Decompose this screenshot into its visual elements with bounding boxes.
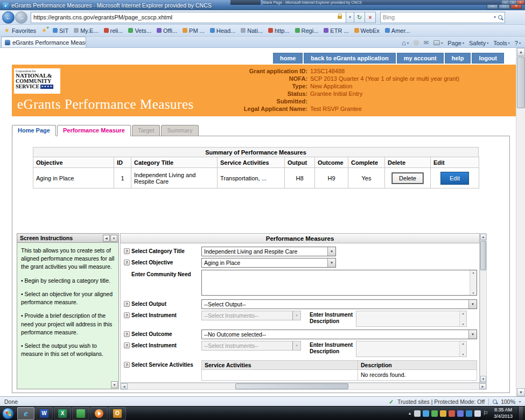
home-button[interactable]: ⌂▾: [402, 39, 409, 46]
favorite-link[interactable]: Nati...: [238, 25, 265, 36]
search-icon[interactable]: [498, 15, 502, 19]
zoom-level[interactable]: 100%: [501, 398, 515, 405]
instructions-scroll-down-button[interactable]: ▼: [111, 381, 118, 388]
scroll-down-icon[interactable]: ▼: [472, 291, 475, 295]
background-window-titlebar[interactable]: — □ × Blank Page - Microsoft Internet Ex…: [263, 0, 525, 5]
community-need-textarea[interactable]: ▲▼: [201, 270, 477, 296]
tools-menu-button[interactable]: Tools▾: [493, 40, 510, 46]
favorite-link[interactable]: PM ...: [180, 25, 207, 36]
print-dropdown-icon[interactable]: ▾: [441, 41, 443, 45]
favorite-link[interactable]: ETR ...: [321, 25, 351, 36]
stop-button[interactable]: ×: [365, 12, 376, 23]
nav-logout-button[interactable]: logout: [472, 53, 504, 64]
home-dropdown-icon[interactable]: ▾: [407, 41, 409, 45]
outcome-select[interactable]: --No Outcome selected--▼: [201, 330, 477, 339]
chevron-down-icon[interactable]: ▼: [327, 258, 335, 267]
help-icon[interactable]: ?: [124, 331, 130, 337]
favorite-link[interactable]: reli...: [101, 25, 126, 36]
print-button[interactable]: ▾: [433, 40, 443, 45]
tray-icon[interactable]: [449, 410, 455, 417]
instructions-collapse-button[interactable]: ◄: [103, 235, 110, 242]
scroll-down-button[interactable]: ▼: [517, 388, 525, 396]
security-zone-text[interactable]: Trusted sites | Protected Mode: Off: [397, 398, 485, 405]
tray-icon[interactable]: [457, 410, 464, 417]
output-select[interactable]: --Select Output--▼: [201, 299, 477, 309]
nav-help-button[interactable]: help: [445, 53, 471, 64]
favorite-link[interactable]: Offi...: [154, 25, 180, 36]
scroll-up-button[interactable]: ▲: [517, 48, 525, 56]
taskbar-excel-button[interactable]: X: [54, 407, 71, 420]
help-icon[interactable]: ?: [124, 260, 130, 265]
read-mail-button[interactable]: ✉: [424, 39, 429, 46]
bg-close-button[interactable]: ×: [517, 1, 524, 4]
back-button[interactable]: ←: [2, 11, 15, 24]
taskbar-app-button[interactable]: [72, 407, 89, 420]
help-icon[interactable]: ?: [124, 362, 130, 368]
favorite-link[interactable]: Amer...: [382, 25, 413, 36]
scrollbar-thumb[interactable]: [517, 57, 525, 108]
feeds-button[interactable]: [414, 40, 419, 46]
action-center-flag-icon[interactable]: ⚐: [483, 410, 488, 417]
objective-select[interactable]: Aging in Place▼: [201, 258, 336, 268]
scroll-down-button[interactable]: ▼: [480, 376, 486, 382]
help-icon[interactable]: ?: [124, 312, 130, 318]
help-menu-button[interactable]: ?▾: [515, 40, 521, 46]
horizontal-scrollbar[interactable]: ◄ ►: [120, 383, 487, 390]
favorite-link[interactable]: SIT: [50, 25, 71, 36]
tab-home-page[interactable]: Home Page: [12, 125, 56, 136]
favorite-link[interactable]: Regi...: [292, 25, 321, 36]
zoom-icon[interactable]: [493, 400, 497, 404]
show-desktop-button[interactable]: [518, 407, 523, 420]
help-icon[interactable]: ?: [124, 301, 130, 307]
tab-performance-measure[interactable]: Performance Measure: [57, 125, 131, 136]
url-field[interactable]: [31, 12, 346, 23]
nav-my-account-button[interactable]: my account: [397, 53, 444, 64]
textarea-scrollbar[interactable]: ▲▼: [470, 270, 477, 295]
page-vertical-scrollbar[interactable]: ▲ ▼: [516, 48, 525, 396]
chevron-down-icon[interactable]: ▼: [468, 330, 477, 339]
help-icon[interactable]: ?: [124, 248, 130, 254]
scroll-right-button[interactable]: ►: [479, 383, 486, 389]
search-dropdown-icon[interactable]: ▼: [493, 16, 496, 19]
refresh-button[interactable]: ↻: [354, 12, 365, 23]
taskbar-ie-button[interactable]: e: [17, 407, 34, 420]
taskbar-media-button[interactable]: [90, 407, 108, 420]
favorite-link[interactable]: My.E...: [71, 25, 101, 36]
tray-icon[interactable]: [414, 410, 421, 417]
tray-icon[interactable]: [440, 410, 446, 417]
tray-icon[interactable]: [423, 410, 429, 417]
bg-minimize-button[interactable]: —: [502, 1, 509, 4]
chevron-down-icon[interactable]: ▼: [468, 300, 477, 309]
tray-icon[interactable]: [466, 410, 472, 417]
form-vertical-scrollbar[interactable]: ▲ ▼: [480, 233, 487, 383]
page-menu-button[interactable]: Page▾: [447, 40, 464, 46]
hidden-icons-button[interactable]: ▴: [409, 411, 411, 416]
url-dropdown-button[interactable]: ▼: [346, 12, 354, 23]
scrollbar-thumb[interactable]: [480, 241, 486, 270]
favorite-link[interactable]: Vets...: [125, 25, 154, 36]
taskbar-clock[interactable]: 8:35 AM 3/4/2013: [494, 407, 513, 419]
tray-icon[interactable]: [474, 410, 481, 417]
chevron-down-icon[interactable]: ▼: [327, 247, 335, 256]
tray-icon[interactable]: [431, 410, 438, 417]
search-box[interactable]: ▼: [380, 12, 505, 23]
zoom-dropdown-icon[interactable]: ▾: [519, 400, 521, 403]
instructions-close-button[interactable]: ×: [110, 235, 117, 242]
nav-back-to-egrants-button[interactable]: back to eGrants application: [304, 53, 395, 64]
delete-button[interactable]: Delete: [392, 173, 423, 184]
scroll-left-button[interactable]: ◄: [121, 383, 128, 389]
forward-button[interactable]: →: [15, 11, 27, 24]
scroll-up-icon[interactable]: ▲: [472, 271, 475, 274]
bg-maximize-button[interactable]: □: [509, 1, 516, 4]
add-favorite-button[interactable]: ★: [41, 27, 47, 34]
taskbar-word-button[interactable]: W: [36, 407, 53, 420]
url-input[interactable]: [33, 14, 336, 20]
favorites-button[interactable]: ★ Favorites: [0, 25, 40, 36]
safety-menu-button[interactable]: Safety▾: [469, 40, 488, 46]
search-input[interactable]: [383, 14, 492, 20]
scrollbar-thumb[interactable]: [235, 383, 348, 389]
favorite-link[interactable]: http...: [265, 25, 292, 36]
start-button[interactable]: [2, 408, 14, 419]
background-window-fragment[interactable]: [230, 0, 261, 5]
favorite-link[interactable]: Head...: [207, 25, 238, 36]
